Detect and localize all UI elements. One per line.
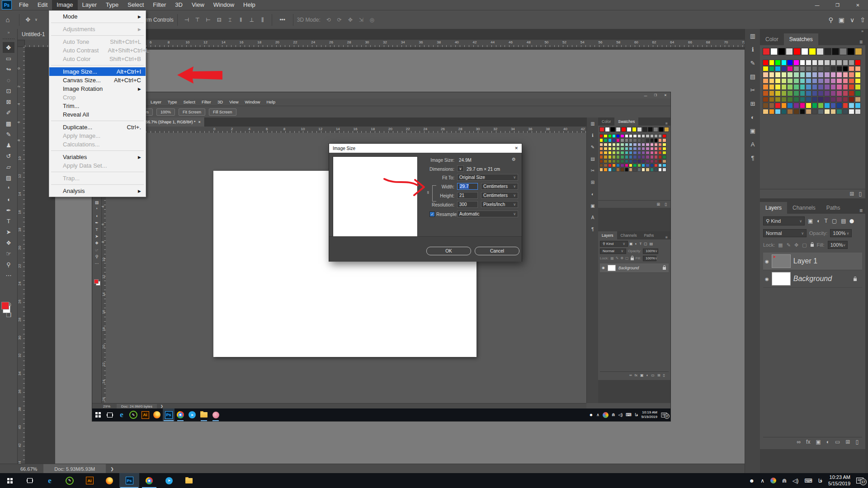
doc-size[interactable]: Doc: 5.93M/5.93M — [43, 464, 106, 474]
swatch[interactable] — [599, 143, 603, 146]
clock[interactable]: 10:23 AM 5/15/2019 — [828, 474, 850, 487]
swatch[interactable] — [633, 160, 637, 163]
swatch[interactable] — [786, 48, 793, 55]
dodge-tool[interactable]: ◖ — [3, 194, 14, 205]
swatch[interactable] — [818, 103, 824, 108]
touch-keyboard-icon[interactable]: ⌨ — [804, 478, 812, 484]
swatch[interactable] — [629, 147, 632, 150]
swatch[interactable] — [604, 134, 607, 138]
close-button[interactable]: ✕ — [848, 0, 868, 10]
swatch[interactable] — [812, 97, 818, 103]
swatch[interactable] — [793, 103, 799, 108]
swatch[interactable] — [604, 138, 607, 142]
swatch[interactable] — [843, 97, 849, 103]
styles-panel-icon[interactable]: ◐ — [747, 110, 759, 124]
swatch[interactable] — [787, 60, 793, 66]
swatch[interactable] — [836, 60, 842, 66]
layer-thumbnail[interactable] — [772, 254, 791, 268]
distribute-vertical-icon[interactable]: ⫼ — [257, 15, 268, 24]
swatch[interactable] — [775, 84, 781, 90]
swatch[interactable] — [824, 103, 830, 108]
swatch[interactable] — [806, 60, 811, 66]
swatch[interactable] — [620, 155, 624, 159]
swatch[interactable] — [610, 127, 615, 132]
menu-item-variables[interactable]: Variables▶ — [49, 153, 146, 161]
swatch[interactable] — [616, 143, 620, 146]
swatch[interactable] — [650, 151, 654, 155]
swatch[interactable] — [633, 151, 637, 155]
foreground-color-chip[interactable] — [1, 302, 9, 310]
menu-layer[interactable]: Layer — [78, 0, 102, 10]
swatch[interactable] — [787, 90, 793, 96]
swatch[interactable] — [793, 90, 799, 96]
swatch[interactable] — [855, 72, 861, 78]
swatch[interactable] — [632, 127, 637, 132]
file-explorer-icon[interactable] — [179, 473, 199, 488]
chrome-icon[interactable] — [139, 473, 159, 488]
menu-3d[interactable]: 3D — [214, 99, 226, 106]
swatch[interactable] — [653, 127, 658, 132]
ruler-corner[interactable] — [17, 40, 25, 47]
swatch[interactable] — [642, 151, 645, 155]
filter-type-layers-icon[interactable]: T — [825, 218, 828, 224]
filter-smart-objects-icon[interactable]: ▤ — [841, 218, 846, 224]
workspace-icon[interactable]: ▣ — [839, 16, 844, 23]
swatch[interactable] — [830, 84, 836, 90]
swatch[interactable] — [642, 155, 645, 159]
dimensions-chevron[interactable]: ∨ — [457, 165, 464, 172]
idm-icon[interactable] — [770, 478, 776, 483]
swatch[interactable] — [662, 151, 666, 155]
swatch[interactable] — [664, 127, 669, 132]
swatch[interactable] — [629, 143, 632, 146]
menu-file[interactable]: File — [14, 0, 33, 10]
lock-pixels-icon[interactable]: ✎ — [787, 242, 791, 248]
swatch[interactable] — [625, 143, 628, 146]
zoom-level[interactable]: 66.67% — [20, 466, 37, 472]
swatch[interactable] — [793, 60, 799, 66]
history-brush-tool[interactable]: ↺ — [3, 150, 14, 161]
menu-item-image-size[interactable]: Image Size...Alt+Ctrl+I — [49, 67, 146, 76]
swatch[interactable] — [781, 60, 787, 66]
swatch[interactable] — [612, 151, 616, 155]
swatch[interactable] — [806, 97, 811, 103]
move-tool[interactable]: ✥ — [3, 42, 14, 53]
menu-item-analysis[interactable]: Analysis▶ — [49, 187, 146, 195]
swatch[interactable] — [625, 151, 628, 155]
swatch[interactable] — [637, 168, 641, 171]
eraser-tool[interactable]: ▱ — [3, 161, 14, 172]
swatch[interactable] — [658, 160, 662, 163]
home-icon[interactable]: ⌂ — [0, 16, 15, 23]
swatch[interactable] — [637, 127, 642, 132]
swatch[interactable] — [620, 143, 624, 146]
lock-position-icon[interactable]: ✥ — [794, 242, 798, 248]
swatch[interactable] — [849, 84, 854, 90]
swatch[interactable] — [818, 60, 824, 66]
swatch[interactable] — [763, 97, 769, 103]
swatch[interactable] — [824, 60, 830, 66]
align-middle-icon[interactable]: ⊟ — [214, 15, 225, 24]
swatch[interactable] — [775, 60, 781, 66]
swatch[interactable] — [662, 147, 666, 150]
swatch[interactable] — [637, 143, 641, 146]
swatch[interactable] — [781, 72, 787, 78]
swatch[interactable] — [781, 97, 787, 103]
swatch[interactable] — [650, 155, 654, 159]
swatch[interactable] — [855, 48, 862, 55]
swatch[interactable] — [620, 134, 624, 138]
swatch[interactable] — [812, 109, 818, 115]
swatch[interactable] — [620, 164, 624, 167]
brush-settings-panel-icon[interactable]: ✎ — [747, 56, 759, 70]
delete-icon[interactable]: ▯ — [859, 191, 862, 197]
swatch[interactable] — [646, 164, 649, 167]
menu-select[interactable]: Select — [123, 0, 148, 10]
swatch[interactable] — [806, 78, 811, 84]
chevron-down-icon[interactable]: ∨ — [850, 16, 854, 23]
swatch[interactable] — [775, 109, 781, 115]
swatch[interactable] — [658, 138, 662, 142]
swatch[interactable] — [633, 143, 637, 146]
swatch[interactable] — [812, 60, 818, 66]
swatch[interactable] — [654, 138, 658, 142]
delete-layer-icon[interactable]: ▯ — [855, 439, 859, 445]
swatch[interactable] — [605, 127, 610, 132]
swatch[interactable] — [855, 90, 861, 96]
